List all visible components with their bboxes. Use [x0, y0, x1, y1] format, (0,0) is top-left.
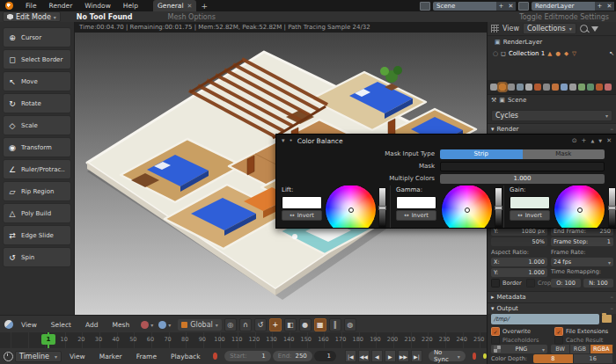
- move-down-icon[interactable]: ▼: [598, 138, 602, 143]
- lift-invert-button[interactable]: ↔Invert: [282, 210, 322, 221]
- gain-invert-button[interactable]: ↔Invert: [510, 210, 550, 221]
- toggle-editmode-settings-label[interactable]: Toggle Editmode Settings: [519, 13, 609, 21]
- collapse-icon[interactable]: ▾: [282, 137, 285, 144]
- mask-input-field[interactable]: [440, 162, 605, 171]
- mesh-options-label[interactable]: Mesh Options: [168, 13, 216, 21]
- color-depth-segmented[interactable]: 816: [533, 354, 613, 363]
- resolution-percent-slider[interactable]: 50%: [491, 237, 547, 246]
- filter-icon[interactable]: [591, 26, 598, 32]
- border-checkbox[interactable]: Border: [491, 279, 522, 288]
- tool-edge-slide[interactable]: ⇄Edge Slide: [3, 225, 71, 245]
- tool-cursor[interactable]: ⊕Cursor: [3, 27, 71, 47]
- close-tab-icon[interactable]: ✕: [187, 3, 193, 10]
- tool-spin[interactable]: ↺Spin: [3, 247, 71, 267]
- gamma-invert-button[interactable]: ↔Invert: [396, 210, 436, 221]
- renderlayer-unlink-button[interactable]: ✕: [605, 2, 614, 11]
- viewport-menu-add[interactable]: Add: [79, 321, 105, 329]
- menu-help[interactable]: Help: [117, 2, 144, 10]
- aspect-y-field[interactable]: Y:1.000: [491, 268, 547, 277]
- search-icon[interactable]: [580, 25, 588, 33]
- outliner-item-collection[interactable]: ○ ◻ Collection 1 ▲ ● ◆ ▽ ↖: [493, 50, 614, 57]
- tool-select-border[interactable]: ◻Select Border: [3, 49, 71, 69]
- tab-texture[interactable]: [605, 84, 612, 91]
- frame-rate-dropdown[interactable]: 24 fps▾: [551, 258, 613, 266]
- menu-window[interactable]: Window: [78, 2, 117, 10]
- timeline-menu-frame[interactable]: Frame: [130, 353, 163, 360]
- gamma-color-wheel[interactable]: [441, 186, 493, 228]
- tool-poly-build[interactable]: △Poly Build: [3, 203, 71, 223]
- snap-magnet-icon[interactable]: ∩: [239, 318, 252, 331]
- lift-color-swatch[interactable]: [282, 196, 322, 209]
- timeline-menu-marker[interactable]: Marker: [93, 353, 128, 360]
- timeline-editor-dropdown[interactable]: Timeline ▾: [15, 351, 62, 362]
- strip-toggle-button[interactable]: Strip: [440, 149, 523, 159]
- panel-header-output[interactable]: ▾ Output –: [488, 302, 616, 314]
- timeline-menu-playback[interactable]: Playback: [165, 353, 206, 360]
- keying-set-icon[interactable]: [483, 353, 487, 359]
- dialog-header[interactable]: ▾ • Color Balance ⊙ + ▲ ▼ ✕: [276, 135, 616, 147]
- render-engine-dropdown[interactable]: Cycles ▾: [491, 110, 612, 121]
- tab-modifiers[interactable]: [561, 84, 568, 91]
- prev-keyframe-button[interactable]: ◀◀: [358, 350, 370, 362]
- outliner-item-renderlayer[interactable]: ▣ RenderLayer: [495, 39, 542, 46]
- shading-material-icon[interactable]: ‖: [329, 318, 341, 331]
- tab-output[interactable]: [508, 84, 515, 91]
- depth-16-option[interactable]: 16: [574, 354, 614, 363]
- tab-render[interactable]: [499, 84, 506, 91]
- gamma-color-swatch[interactable]: [396, 196, 436, 209]
- shading-solid-icon[interactable]: ▦: [314, 318, 326, 331]
- gizmo-icon[interactable]: +: [269, 318, 282, 331]
- remap-new-field[interactable]: N: 100: [583, 279, 613, 288]
- record-button[interactable]: [473, 353, 477, 360]
- shading-sphere-icon[interactable]: [158, 321, 166, 329]
- display-mode-dropdown[interactable]: Collections ▾: [523, 23, 576, 34]
- overwrite-checkbox[interactable]: ✓Overwrite: [491, 327, 531, 336]
- viewport-menu-mesh[interactable]: Mesh: [106, 321, 136, 329]
- timeline-ruler[interactable]: 1 10203040506070809010011012013014015016…: [0, 332, 487, 349]
- viewport-menu-view[interactable]: View: [15, 321, 43, 329]
- tab-material[interactable]: [596, 84, 603, 91]
- multiply-colors-slider[interactable]: 1.000: [440, 174, 605, 184]
- lift-color-wheel[interactable]: [325, 186, 377, 228]
- mask-toggle-button[interactable]: Mask: [523, 149, 605, 159]
- close-icon[interactable]: ✕: [606, 137, 612, 144]
- workspace-tab-general[interactable]: General ✕: [153, 0, 196, 11]
- shading-rendered-icon[interactable]: ◍: [344, 318, 356, 331]
- tool-move[interactable]: ↖Move: [3, 71, 71, 91]
- next-keyframe-button[interactable]: ▶▶: [398, 350, 409, 362]
- output-path-field[interactable]: /tmp/: [491, 314, 599, 324]
- tool-scale[interactable]: ◇Scale: [3, 115, 71, 135]
- gain-value-slider[interactable]: [608, 187, 616, 228]
- tab-object[interactable]: [552, 84, 559, 91]
- blender-logo-icon[interactable]: [5, 2, 13, 10]
- editor-type-icon[interactable]: [4, 320, 13, 329]
- tab-constraints[interactable]: [578, 84, 585, 91]
- timeline-editor-icon[interactable]: [4, 352, 13, 361]
- color-mode-segmented[interactable]: BWRGBRGBA: [551, 345, 613, 353]
- mute-eye-icon[interactable]: ⊙: [572, 137, 577, 144]
- renderlayer-add-button[interactable]: +: [595, 2, 605, 11]
- add-workspace-button[interactable]: +: [201, 2, 208, 11]
- current-frame-field[interactable]: 1: [314, 351, 336, 361]
- play-button[interactable]: ▶: [385, 350, 396, 362]
- scene-add-button[interactable]: +: [496, 2, 506, 11]
- gain-color-swatch[interactable]: [510, 196, 550, 209]
- renderlayer-selector[interactable]: RenderLayer: [532, 2, 595, 11]
- menu-file[interactable]: File: [19, 2, 43, 10]
- jump-to-start-button[interactable]: |◀: [345, 350, 356, 362]
- scene-unlink-button[interactable]: ✕: [506, 2, 516, 11]
- expand-icon[interactable]: ○: [493, 50, 498, 57]
- cache-result-checkbox[interactable]: Cache Result: [554, 336, 603, 345]
- gain-color-wheel[interactable]: [554, 186, 605, 228]
- current-frame-marker[interactable]: 1: [41, 334, 55, 345]
- end-frame-field[interactable]: End: 250: [273, 351, 312, 361]
- tab-physics[interactable]: [569, 84, 576, 91]
- menu-render[interactable]: Render: [43, 2, 79, 10]
- placeholders-checkbox[interactable]: Placeholders: [491, 336, 539, 345]
- panel-header-metadata[interactable]: ▸ Metadata –: [488, 291, 616, 302]
- tab-collection[interactable]: [543, 84, 550, 91]
- tab-scene[interactable]: [525, 84, 532, 91]
- scene-selector[interactable]: Scene: [433, 2, 496, 11]
- crop-checkbox[interactable]: Crop: [526, 279, 551, 288]
- jump-to-end-button[interactable]: ▶|: [411, 350, 422, 362]
